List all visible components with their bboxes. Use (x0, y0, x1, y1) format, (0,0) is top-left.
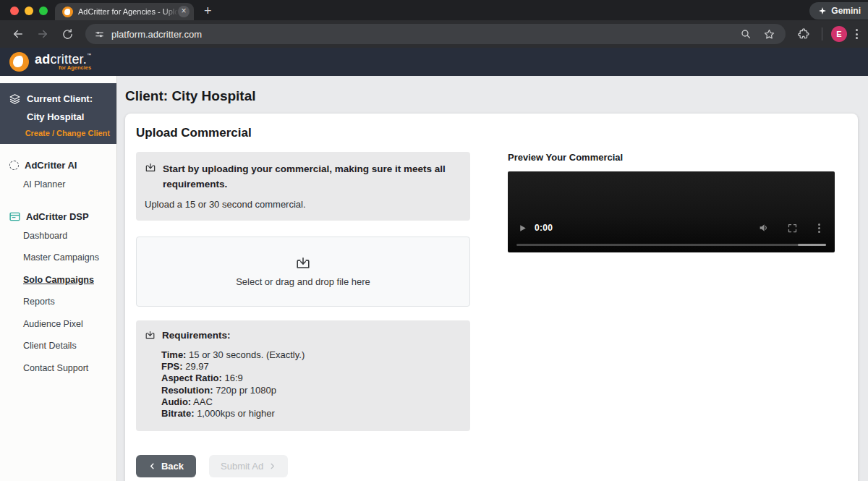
change-client-link[interactable]: Create / Change Client (9, 129, 110, 137)
sidebar-item-solo-campaigns[interactable]: Solo Campaigns (23, 274, 116, 287)
toolbar-divider (822, 27, 822, 41)
sparkle-icon (818, 7, 827, 15)
dsp-screen-icon (9, 211, 20, 222)
submit-ad-button[interactable]: Submit Ad (209, 455, 288, 477)
url-bar[interactable]: platform.adcritter.com (85, 24, 786, 44)
forward-icon[interactable] (33, 25, 52, 43)
dropzone-label[interactable]: Select or drag and drop file here (236, 276, 370, 287)
video-progress-bar[interactable] (516, 244, 826, 246)
nav-section-adcritter-dsp: AdCritter DSP (9, 211, 116, 222)
browser-menu-icon[interactable] (853, 29, 861, 39)
sidebar: Current Client: City Hospital Create / C… (0, 76, 117, 481)
layers-icon (9, 93, 21, 105)
adcritter-favicon (62, 7, 73, 17)
card-title: Upload Commercial (136, 126, 847, 140)
upload-instructions-box: Start by uploading your commercial, maki… (136, 152, 470, 221)
extensions-icon[interactable] (794, 25, 813, 43)
ai-circle-icon (9, 161, 19, 170)
chevron-left-icon (148, 462, 156, 470)
macos-traffic-lights[interactable] (10, 7, 48, 15)
profile-avatar[interactable]: E (831, 26, 847, 42)
requirement-fps: FPS: 29.97 (161, 361, 461, 373)
page-title: Client: City Hospital (125, 88, 858, 104)
upload-icon (145, 330, 156, 341)
current-client-box: Current Client: City Hospital Create / C… (0, 83, 116, 144)
sidebar-item-dashboard[interactable]: Dashboard (23, 230, 116, 243)
requirement-audio: Audio: AAC (161, 396, 461, 408)
brand-ad: ad (35, 52, 50, 67)
requirement-bitrate: Bitrate: 1,000kps or higher (161, 408, 461, 420)
brand-trademark: ™ (87, 53, 91, 57)
nav-section-adcritter-ai: AdCritter AI (9, 160, 116, 171)
gemini-label: Gemini (831, 6, 861, 16)
chevron-right-icon (268, 462, 276, 470)
sidebar-item-reports[interactable]: Reports (23, 296, 116, 309)
upload-card: Upload Commercial Start by uploading you… (125, 114, 858, 481)
current-client-label: Current Client: (27, 93, 93, 104)
requirements-list: Time: 15 or 30 seconds. (Exactly.) FPS: … (161, 349, 461, 420)
browser-tab-strip: AdCritter for Agencies - Uplo × + Gemini (0, 0, 868, 20)
sidebar-item-master-campaigns[interactable]: Master Campaigns (23, 252, 116, 265)
url-text[interactable]: platform.adcritter.com (111, 29, 740, 40)
sidebar-item-ai-planner[interactable]: AI Planner (23, 179, 116, 192)
gemini-button[interactable]: Gemini (809, 2, 868, 20)
back-button[interactable]: Back (136, 455, 196, 477)
tab-title: AdCritter for Agencies - Uplo (78, 7, 178, 16)
client-name: City Hospital (27, 111, 110, 122)
requirement-aspect-ratio: Aspect Ratio: 16:9 (161, 373, 461, 384)
tab-close-icon[interactable]: × (178, 6, 190, 17)
sidebar-item-contact-support[interactable]: Contact Support (23, 362, 116, 375)
sidebar-nav: AdCritter AI AI Planner AdCritter DSP Da… (0, 144, 116, 384)
volume-icon[interactable] (758, 222, 770, 234)
video-player[interactable]: 0:00 (508, 171, 835, 252)
main-content: Client: City Hospital Upload Commercial … (117, 76, 868, 481)
file-dropzone[interactable]: Select or drag and drop file here (136, 237, 470, 307)
requirement-time: Time: 15 or 30 seconds. (Exactly.) (161, 349, 461, 361)
zoom-icon[interactable] (740, 28, 752, 40)
site-settings-icon[interactable] (94, 29, 105, 40)
sidebar-item-audience-pixel[interactable]: Audience Pixel (23, 318, 116, 331)
back-icon[interactable] (9, 25, 27, 43)
upload-icon (295, 255, 311, 271)
requirements-title: Requirements: (162, 330, 231, 341)
maximize-window-button[interactable] (39, 7, 48, 15)
play-icon[interactable] (518, 224, 527, 233)
upload-instructions-subtext: Upload a 15 or 30 second commercial. (145, 199, 461, 210)
minimize-window-button[interactable] (25, 7, 33, 15)
browser-toolbar: platform.adcritter.com E (0, 20, 868, 48)
new-tab-button[interactable]: + (204, 3, 212, 19)
app-header: adcritter.™ for Agencies (0, 48, 868, 76)
upload-icon (145, 162, 156, 192)
preview-title: Preview Your Commercial (508, 152, 835, 163)
upload-instructions-text: Start by uploading your commercial, maki… (163, 162, 461, 192)
sidebar-item-client-details[interactable]: Client Details (23, 340, 116, 353)
video-timestamp: 0:00 (535, 223, 553, 233)
reload-icon[interactable] (58, 25, 77, 43)
requirements-box: Requirements: Time: 15 or 30 seconds. (E… (136, 320, 470, 431)
close-window-button[interactable] (10, 7, 19, 15)
requirement-resolution: Resolution: 720p pr 1080p (161, 385, 461, 396)
fullscreen-icon[interactable] (787, 223, 798, 234)
bookmark-star-icon[interactable] (763, 28, 775, 41)
browser-tab[interactable]: AdCritter for Agencies - Uplo × (55, 3, 194, 20)
video-menu-icon[interactable] (815, 224, 823, 233)
adcritter-logo[interactable] (9, 52, 29, 72)
brand-wordmark[interactable]: adcritter.™ for Agencies (35, 53, 91, 71)
